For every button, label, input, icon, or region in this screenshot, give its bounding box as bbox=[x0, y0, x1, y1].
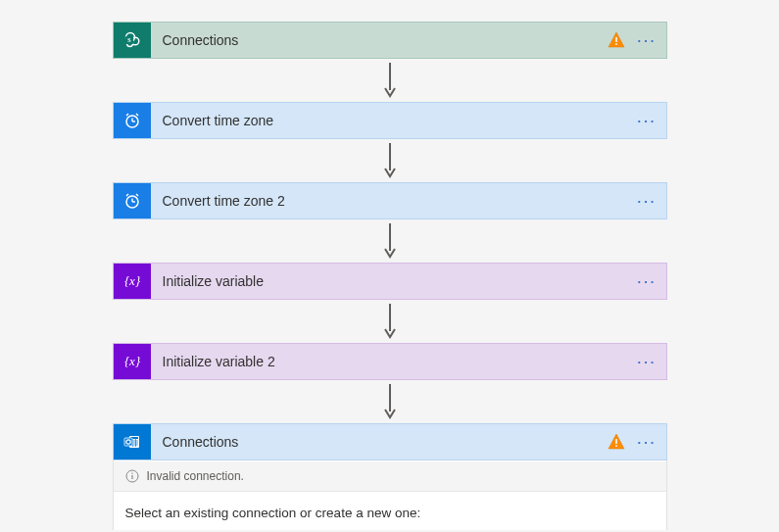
more-menu-button[interactable]: ··· bbox=[633, 183, 662, 218]
more-menu-button[interactable]: ··· bbox=[633, 23, 662, 58]
flow-step-initialize-variable[interactable]: {x} Initialize variable ··· bbox=[113, 263, 667, 300]
arrow-connector bbox=[380, 219, 400, 263]
sharepoint-icon: S bbox=[114, 23, 151, 58]
more-menu-button[interactable]: ··· bbox=[633, 424, 662, 459]
step-label: Connections bbox=[151, 434, 608, 450]
variable-icon: {x} bbox=[114, 264, 151, 299]
info-icon bbox=[125, 469, 139, 483]
select-connection-prompt: Select an existing connection or create … bbox=[114, 492, 666, 530]
svg-rect-6 bbox=[615, 43, 617, 45]
svg-rect-30 bbox=[615, 445, 617, 447]
more-menu-button[interactable]: ··· bbox=[633, 264, 662, 299]
step-label: Initialize variable 2 bbox=[151, 354, 633, 369]
warning-icon bbox=[608, 31, 625, 49]
step-label: Convert time zone bbox=[151, 113, 633, 128]
step-label: Convert time zone 2 bbox=[151, 193, 633, 209]
step-label: Initialize variable bbox=[151, 273, 633, 289]
warning-icon bbox=[608, 433, 625, 451]
invalid-message: Invalid connection. bbox=[147, 469, 244, 483]
svg-rect-5 bbox=[615, 37, 617, 42]
more-menu-button[interactable]: ··· bbox=[633, 103, 662, 138]
more-menu-button[interactable]: ··· bbox=[633, 344, 662, 379]
flow-container: S Connections ··· Convert time zone ··· bbox=[0, 0, 779, 530]
svg-rect-29 bbox=[615, 439, 617, 444]
flow-step-initialize-variable-2[interactable]: {x} Initialize variable 2 ··· bbox=[113, 343, 667, 380]
flow-step-convert-time-zone-2[interactable]: Convert time zone 2 ··· bbox=[113, 182, 667, 219]
svg-rect-33 bbox=[131, 473, 132, 474]
clock-icon bbox=[114, 183, 151, 218]
variable-icon: {x} bbox=[114, 344, 151, 379]
clock-icon bbox=[114, 103, 151, 138]
arrow-connector bbox=[380, 300, 400, 343]
svg-text:{x}: {x} bbox=[123, 354, 140, 368]
arrow-connector bbox=[380, 59, 400, 102]
invalid-connection-bar: Invalid connection. bbox=[114, 461, 666, 492]
outlook-icon bbox=[114, 424, 151, 459]
svg-rect-32 bbox=[131, 475, 132, 479]
flow-step-connections-outlook[interactable]: Connections ··· bbox=[113, 423, 667, 460]
svg-text:{x}: {x} bbox=[123, 273, 140, 288]
flow-step-convert-time-zone[interactable]: Convert time zone ··· bbox=[113, 102, 667, 139]
arrow-connector bbox=[380, 139, 400, 182]
step-label: Connections bbox=[151, 32, 608, 48]
expanded-panel: Invalid connection. Select an existing c… bbox=[113, 460, 667, 530]
flow-step-connections-sharepoint[interactable]: S Connections ··· bbox=[113, 22, 667, 59]
arrow-connector bbox=[380, 380, 400, 423]
